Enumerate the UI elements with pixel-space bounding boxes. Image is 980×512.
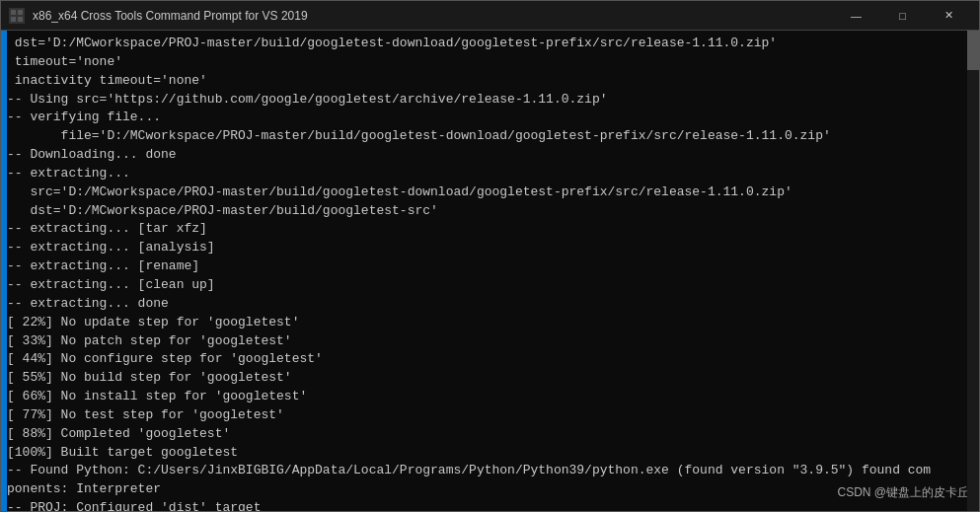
- svg-rect-2: [11, 17, 16, 22]
- terminal-line: timeout='none': [7, 53, 973, 72]
- title-bar: x86_x64 Cross Tools Command Prompt for V…: [1, 1, 979, 31]
- terminal-line: -- verifying file...: [7, 109, 973, 127]
- minimize-button[interactable]: —: [834, 6, 878, 26]
- terminal-line: ponents: Interpreter: [7, 480, 973, 499]
- window: x86_x64 Cross Tools Command Prompt for V…: [0, 0, 980, 512]
- terminal-line: dst='D:/MCworkspace/PROJ-master/build/go…: [7, 35, 973, 53]
- side-indicator: [1, 31, 7, 511]
- terminal-line: -- Downloading... done: [7, 146, 973, 165]
- svg-rect-0: [11, 10, 16, 15]
- scrollbar[interactable]: [967, 31, 979, 511]
- terminal-line: [100%] Built target googletest: [7, 444, 973, 463]
- terminal-line: -- PROJ: Configured 'dist' target: [7, 499, 973, 511]
- terminal-line: [ 88%] Completed 'googletest': [7, 425, 973, 444]
- window-title: x86_x64 Cross Tools Command Prompt for V…: [33, 9, 308, 23]
- svg-rect-1: [18, 10, 23, 15]
- terminal-body: dst='D:/MCworkspace/PROJ-master/build/go…: [1, 31, 979, 511]
- terminal-line: src='D:/MCworkspace/PROJ-master/build/go…: [7, 183, 973, 202]
- terminal-line: [ 33%] No patch step for 'googletest': [7, 332, 973, 351]
- watermark: CSDN @键盘上的皮卡丘: [837, 484, 969, 501]
- svg-rect-3: [18, 17, 23, 22]
- terminal-line: -- extracting...: [7, 165, 973, 183]
- maximize-button[interactable]: □: [880, 6, 925, 26]
- terminal-line: [ 77%] No test step for 'googletest': [7, 406, 973, 425]
- terminal-line: -- extracting... [tar xfz]: [7, 220, 973, 239]
- terminal-line: [ 55%] No build step for 'googletest': [7, 369, 973, 388]
- terminal-content: dst='D:/MCworkspace/PROJ-master/build/go…: [7, 35, 973, 511]
- terminal-line: -- Using src='https://github.com/google/…: [7, 91, 973, 110]
- terminal-line: [ 44%] No configure step for 'googletest…: [7, 350, 973, 369]
- window-controls: — □ ✕: [834, 6, 971, 26]
- title-bar-left: x86_x64 Cross Tools Command Prompt for V…: [9, 8, 308, 24]
- terminal-line: -- extracting... [rename]: [7, 257, 973, 276]
- terminal-line: -- extracting... [clean up]: [7, 276, 973, 295]
- window-icon: [9, 8, 25, 24]
- terminal-line: file='D:/MCworkspace/PROJ-master/build/g…: [7, 127, 973, 146]
- terminal-line: -- Found Python: C:/Users/JinxBIGBIG/App…: [7, 462, 973, 480]
- terminal-line: inactivity timeout='none': [7, 72, 973, 91]
- close-button[interactable]: ✕: [927, 6, 971, 26]
- terminal-line: -- extracting... done: [7, 295, 973, 314]
- terminal-line: [ 22%] No update step for 'googletest': [7, 314, 973, 332]
- scrollbar-thumb[interactable]: [967, 31, 979, 70]
- terminal-line: [ 66%] No install step for 'googletest': [7, 388, 973, 406]
- terminal-line: dst='D:/MCworkspace/PROJ-master/build/go…: [7, 202, 973, 221]
- terminal-line: -- extracting... [analysis]: [7, 239, 973, 257]
